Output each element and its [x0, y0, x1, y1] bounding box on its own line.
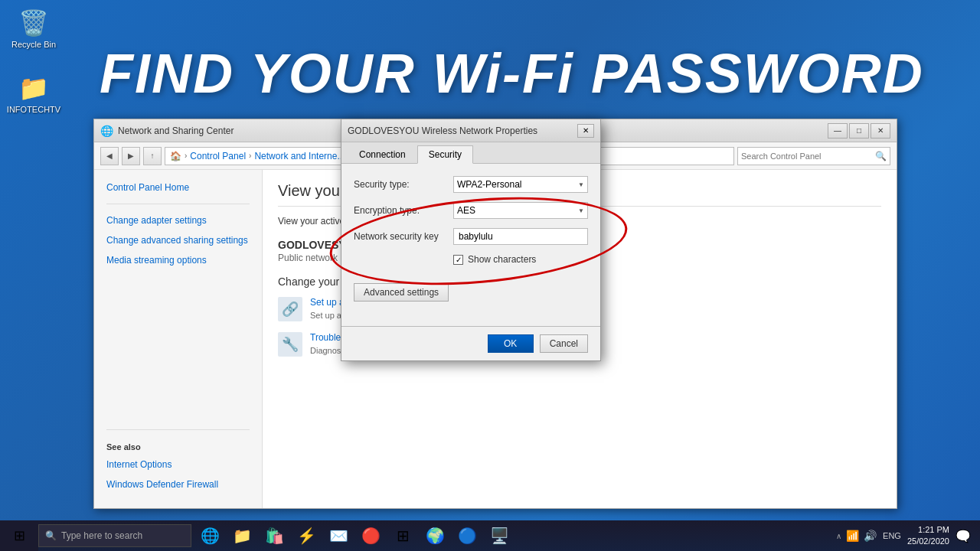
breadcrumb-sep2: ›	[249, 152, 251, 160]
taskbar-date: 25/02/2020	[907, 536, 949, 547]
taskbar-lang: ENG	[883, 531, 901, 540]
see-also-heading: See also	[94, 436, 262, 455]
systray: ∧ 📶 🔊	[836, 530, 877, 542]
dialog-title: GODLOVESYOU Wireless Network Properties	[348, 126, 537, 136]
taskbar-app-network[interactable]: 🌍	[420, 520, 450, 551]
taskbar-time: 1:21 PM	[907, 524, 949, 536]
maximize-button[interactable]: □	[849, 123, 869, 139]
tab-security[interactable]: Security	[417, 145, 473, 164]
search-icon: 🔍	[872, 151, 890, 161]
dialog-footer: OK Cancel	[341, 326, 600, 360]
encryption-type-label: Encryption type:	[354, 205, 453, 216]
troubleshoot-icon: 🔧	[278, 332, 302, 357]
breadcrumb-control-panel[interactable]: Control Panel	[190, 151, 246, 161]
ok-button[interactable]: OK	[488, 334, 534, 353]
infotechtv-graphic: 📁	[18, 73, 49, 103]
minimize-button[interactable]: —	[828, 123, 848, 139]
sidebar-item-firewall[interactable]: Windows Defender Firewall	[94, 474, 262, 494]
dialog-tabs: Connection Security	[341, 142, 600, 164]
infotechtv-icon[interactable]: 📁 INFOTECHTV	[6, 73, 61, 114]
taskbar-app-opera[interactable]: 🔴	[355, 520, 386, 551]
page-title: FIND YOUR Wi-Fi PASSWORD	[100, 42, 965, 105]
sidebar-item-internet[interactable]: Internet Options	[94, 455, 262, 474]
sidebar-divider1	[106, 204, 250, 204]
cp-titlebar-icon: 🌐	[100, 125, 113, 137]
systray-wifi-icon: 📶	[846, 530, 859, 542]
cp-titlebar-left: 🌐 Network and Sharing Center	[100, 125, 234, 137]
taskbar-search-icon: 🔍	[45, 530, 57, 541]
up-button[interactable]: ↑	[143, 147, 162, 165]
taskbar-search-placeholder: Type here to search	[61, 530, 142, 541]
encryption-type-value: AES	[457, 205, 475, 216]
notification-icon[interactable]: 🗨️	[956, 529, 971, 543]
infotechtv-label: INFOTECHTV	[7, 105, 60, 114]
dialog-close-button[interactable]: ✕	[577, 124, 594, 138]
systray-volume-icon: 🔊	[864, 530, 877, 542]
taskbar-app-lightning[interactable]: ⚡	[291, 520, 322, 551]
security-type-select[interactable]: WPA2-Personal ▼	[453, 176, 588, 193]
dialog-titlebar: GODLOVESYOU Wireless Network Properties …	[341, 119, 600, 142]
dialog-body: Security type: WPA2-Personal ▼ Encryptio…	[341, 164, 600, 326]
search-input[interactable]	[738, 152, 872, 161]
start-button[interactable]: ⊞	[0, 520, 38, 551]
taskbar-apps: 🌐 📁 🛍️ ⚡ ✉️ 🔴 ⊞ 🌍 🔵 🖥️	[194, 520, 514, 551]
advanced-settings-button[interactable]: Advanced settings	[354, 283, 449, 302]
breadcrumb-home-icon: 🏠	[170, 151, 181, 161]
security-type-row: Security type: WPA2-Personal ▼	[354, 176, 588, 193]
security-type-label: Security type:	[354, 179, 453, 190]
taskbar-app-mail[interactable]: ✉️	[323, 520, 354, 551]
search-bar[interactable]: 🔍	[737, 147, 890, 165]
chevron-down-icon2: ▼	[578, 207, 584, 214]
security-type-value: WPA2-Personal	[457, 179, 521, 190]
cp-titlebar-controls: — □ ✕	[828, 123, 890, 139]
show-characters-label: Show characters	[468, 254, 536, 265]
taskbar-search[interactable]: 🔍 Type here to search	[38, 524, 191, 547]
taskbar-app-ie[interactable]: 🌐	[194, 520, 225, 551]
breadcrumb-sep1: ›	[185, 152, 187, 160]
chevron-down-icon: ▼	[578, 181, 584, 188]
back-button[interactable]: ◀	[100, 147, 119, 165]
recycle-bin-graphic: 🗑️	[18, 8, 49, 38]
taskbar-app-explorer[interactable]: 📁	[227, 520, 257, 551]
tab-connection[interactable]: Connection	[348, 145, 417, 164]
close-button[interactable]: ✕	[871, 123, 890, 139]
breadcrumb-network[interactable]: Network and Interne...	[254, 151, 345, 161]
network-key-row: Network security key	[354, 228, 588, 245]
taskbar-clock[interactable]: 1:21 PM 25/02/2020	[907, 524, 949, 548]
taskbar-right: ∧ 📶 🔊 ENG 1:21 PM 25/02/2020 🗨️	[827, 524, 980, 548]
taskbar-app-store[interactable]: 🛍️	[259, 520, 289, 551]
recycle-bin-label: Recycle Bin	[11, 40, 56, 49]
systray-up-arrow[interactable]: ∧	[836, 532, 841, 540]
sidebar-item-adapter[interactable]: Change adapter settings	[94, 210, 262, 230]
sidebar-item-media[interactable]: Media streaming options	[94, 250, 262, 270]
sidebar-item-home[interactable]: Control Panel Home	[94, 178, 262, 197]
sidebar-item-advanced[interactable]: Change advanced sharing settings	[94, 230, 262, 250]
network-key-input[interactable]	[453, 228, 588, 245]
show-characters-row: ✓ Show characters	[453, 254, 588, 265]
sidebar-divider2	[106, 429, 250, 430]
cancel-button[interactable]: Cancel	[540, 334, 588, 353]
cp-sidebar: Control Panel Home Change adapter settin…	[94, 170, 263, 508]
taskbar: ⊞ 🔍 Type here to search 🌐 📁 🛍️ ⚡ ✉️ 🔴 ⊞ …	[0, 520, 980, 551]
setup-icon: 🔗	[278, 297, 302, 321]
show-characters-checkbox[interactable]: ✓	[453, 255, 463, 265]
taskbar-app-windows[interactable]: ⊞	[387, 520, 418, 551]
wireless-properties-dialog[interactable]: GODLOVESYOU Wireless Network Properties …	[341, 119, 601, 361]
encryption-type-row: Encryption type: AES ▼	[354, 202, 588, 219]
taskbar-app-rdp[interactable]: 🖥️	[484, 520, 514, 551]
encryption-type-select[interactable]: AES ▼	[453, 202, 588, 219]
taskbar-app-chrome[interactable]: 🔵	[452, 520, 482, 551]
recycle-bin-icon[interactable]: 🗑️ Recycle Bin	[6, 8, 61, 49]
network-key-label: Network security key	[354, 231, 453, 242]
forward-button[interactable]: ▶	[122, 147, 140, 165]
cp-window-title: Network and Sharing Center	[118, 126, 234, 136]
